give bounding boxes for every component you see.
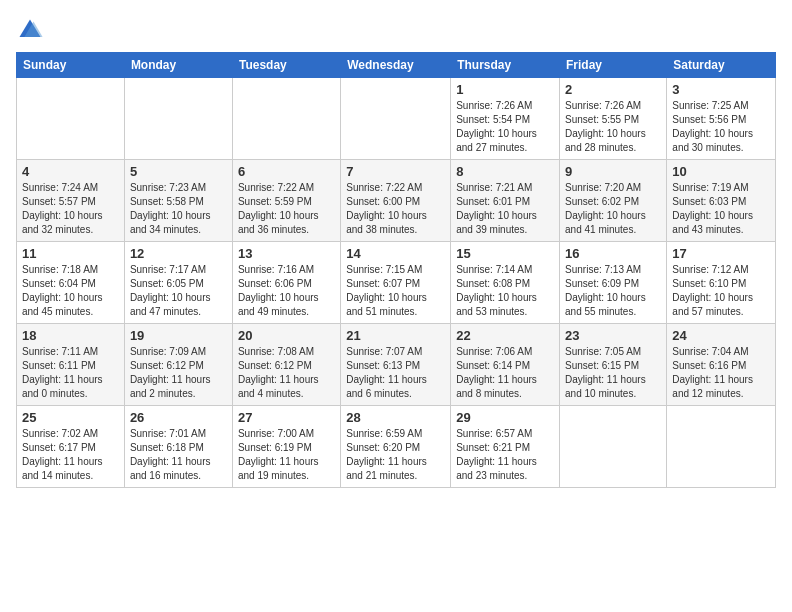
day-number: 16 [565,246,661,261]
day-info: Sunrise: 7:26 AM Sunset: 5:54 PM Dayligh… [456,99,554,155]
calendar-cell: 14Sunrise: 7:15 AM Sunset: 6:07 PM Dayli… [341,242,451,324]
calendar-cell: 11Sunrise: 7:18 AM Sunset: 6:04 PM Dayli… [17,242,125,324]
day-info: Sunrise: 7:13 AM Sunset: 6:09 PM Dayligh… [565,263,661,319]
logo [16,16,48,44]
day-number: 1 [456,82,554,97]
day-info: Sunrise: 7:09 AM Sunset: 6:12 PM Dayligh… [130,345,227,401]
calendar-cell [232,78,340,160]
calendar-table: SundayMondayTuesdayWednesdayThursdayFrid… [16,52,776,488]
day-info: Sunrise: 7:14 AM Sunset: 6:08 PM Dayligh… [456,263,554,319]
day-info: Sunrise: 7:07 AM Sunset: 6:13 PM Dayligh… [346,345,445,401]
calendar-cell: 3Sunrise: 7:25 AM Sunset: 5:56 PM Daylig… [667,78,776,160]
day-number: 18 [22,328,119,343]
dow-header-saturday: Saturday [667,53,776,78]
calendar-cell: 21Sunrise: 7:07 AM Sunset: 6:13 PM Dayli… [341,324,451,406]
day-info: Sunrise: 7:05 AM Sunset: 6:15 PM Dayligh… [565,345,661,401]
calendar-cell [341,78,451,160]
day-number: 25 [22,410,119,425]
day-number: 15 [456,246,554,261]
calendar-cell: 20Sunrise: 7:08 AM Sunset: 6:12 PM Dayli… [232,324,340,406]
page-header [16,16,776,44]
calendar-cell: 23Sunrise: 7:05 AM Sunset: 6:15 PM Dayli… [560,324,667,406]
dow-header-monday: Monday [124,53,232,78]
day-number: 17 [672,246,770,261]
calendar-cell: 25Sunrise: 7:02 AM Sunset: 6:17 PM Dayli… [17,406,125,488]
day-number: 13 [238,246,335,261]
day-info: Sunrise: 7:17 AM Sunset: 6:05 PM Dayligh… [130,263,227,319]
calendar-cell: 2Sunrise: 7:26 AM Sunset: 5:55 PM Daylig… [560,78,667,160]
day-number: 5 [130,164,227,179]
dow-header-tuesday: Tuesday [232,53,340,78]
day-number: 22 [456,328,554,343]
day-info: Sunrise: 7:15 AM Sunset: 6:07 PM Dayligh… [346,263,445,319]
calendar-cell: 6Sunrise: 7:22 AM Sunset: 5:59 PM Daylig… [232,160,340,242]
dow-header-sunday: Sunday [17,53,125,78]
day-number: 24 [672,328,770,343]
calendar-cell: 19Sunrise: 7:09 AM Sunset: 6:12 PM Dayli… [124,324,232,406]
calendar-cell: 5Sunrise: 7:23 AM Sunset: 5:58 PM Daylig… [124,160,232,242]
day-number: 11 [22,246,119,261]
day-info: Sunrise: 7:21 AM Sunset: 6:01 PM Dayligh… [456,181,554,237]
day-info: Sunrise: 7:18 AM Sunset: 6:04 PM Dayligh… [22,263,119,319]
calendar-cell: 18Sunrise: 7:11 AM Sunset: 6:11 PM Dayli… [17,324,125,406]
day-number: 12 [130,246,227,261]
day-info: Sunrise: 7:06 AM Sunset: 6:14 PM Dayligh… [456,345,554,401]
day-number: 26 [130,410,227,425]
calendar-cell: 1Sunrise: 7:26 AM Sunset: 5:54 PM Daylig… [451,78,560,160]
day-info: Sunrise: 7:08 AM Sunset: 6:12 PM Dayligh… [238,345,335,401]
day-number: 9 [565,164,661,179]
calendar-cell: 12Sunrise: 7:17 AM Sunset: 6:05 PM Dayli… [124,242,232,324]
day-info: Sunrise: 7:22 AM Sunset: 5:59 PM Dayligh… [238,181,335,237]
logo-icon [16,16,44,44]
day-number: 2 [565,82,661,97]
calendar-cell: 26Sunrise: 7:01 AM Sunset: 6:18 PM Dayli… [124,406,232,488]
calendar-cell: 16Sunrise: 7:13 AM Sunset: 6:09 PM Dayli… [560,242,667,324]
day-info: Sunrise: 7:26 AM Sunset: 5:55 PM Dayligh… [565,99,661,155]
day-info: Sunrise: 7:20 AM Sunset: 6:02 PM Dayligh… [565,181,661,237]
day-number: 8 [456,164,554,179]
day-info: Sunrise: 7:00 AM Sunset: 6:19 PM Dayligh… [238,427,335,483]
calendar-cell: 13Sunrise: 7:16 AM Sunset: 6:06 PM Dayli… [232,242,340,324]
day-info: Sunrise: 6:57 AM Sunset: 6:21 PM Dayligh… [456,427,554,483]
day-info: Sunrise: 6:59 AM Sunset: 6:20 PM Dayligh… [346,427,445,483]
dow-header-wednesday: Wednesday [341,53,451,78]
day-info: Sunrise: 7:04 AM Sunset: 6:16 PM Dayligh… [672,345,770,401]
day-number: 10 [672,164,770,179]
calendar-cell: 17Sunrise: 7:12 AM Sunset: 6:10 PM Dayli… [667,242,776,324]
day-info: Sunrise: 7:12 AM Sunset: 6:10 PM Dayligh… [672,263,770,319]
calendar-cell: 22Sunrise: 7:06 AM Sunset: 6:14 PM Dayli… [451,324,560,406]
calendar-cell: 29Sunrise: 6:57 AM Sunset: 6:21 PM Dayli… [451,406,560,488]
day-info: Sunrise: 7:25 AM Sunset: 5:56 PM Dayligh… [672,99,770,155]
day-info: Sunrise: 7:16 AM Sunset: 6:06 PM Dayligh… [238,263,335,319]
day-info: Sunrise: 7:19 AM Sunset: 6:03 PM Dayligh… [672,181,770,237]
calendar-cell: 28Sunrise: 6:59 AM Sunset: 6:20 PM Dayli… [341,406,451,488]
day-info: Sunrise: 7:11 AM Sunset: 6:11 PM Dayligh… [22,345,119,401]
day-info: Sunrise: 7:24 AM Sunset: 5:57 PM Dayligh… [22,181,119,237]
day-number: 3 [672,82,770,97]
calendar-cell [17,78,125,160]
day-number: 23 [565,328,661,343]
day-info: Sunrise: 7:01 AM Sunset: 6:18 PM Dayligh… [130,427,227,483]
day-number: 7 [346,164,445,179]
day-number: 19 [130,328,227,343]
calendar-cell: 27Sunrise: 7:00 AM Sunset: 6:19 PM Dayli… [232,406,340,488]
day-info: Sunrise: 7:23 AM Sunset: 5:58 PM Dayligh… [130,181,227,237]
calendar-cell: 4Sunrise: 7:24 AM Sunset: 5:57 PM Daylig… [17,160,125,242]
calendar-cell: 9Sunrise: 7:20 AM Sunset: 6:02 PM Daylig… [560,160,667,242]
calendar-cell [560,406,667,488]
day-info: Sunrise: 7:02 AM Sunset: 6:17 PM Dayligh… [22,427,119,483]
calendar-cell: 8Sunrise: 7:21 AM Sunset: 6:01 PM Daylig… [451,160,560,242]
day-number: 4 [22,164,119,179]
dow-header-thursday: Thursday [451,53,560,78]
calendar-cell: 7Sunrise: 7:22 AM Sunset: 6:00 PM Daylig… [341,160,451,242]
day-number: 21 [346,328,445,343]
day-info: Sunrise: 7:22 AM Sunset: 6:00 PM Dayligh… [346,181,445,237]
calendar-cell [667,406,776,488]
calendar-cell [124,78,232,160]
day-number: 29 [456,410,554,425]
dow-header-friday: Friday [560,53,667,78]
calendar-cell: 15Sunrise: 7:14 AM Sunset: 6:08 PM Dayli… [451,242,560,324]
day-number: 28 [346,410,445,425]
day-number: 6 [238,164,335,179]
calendar-cell: 10Sunrise: 7:19 AM Sunset: 6:03 PM Dayli… [667,160,776,242]
